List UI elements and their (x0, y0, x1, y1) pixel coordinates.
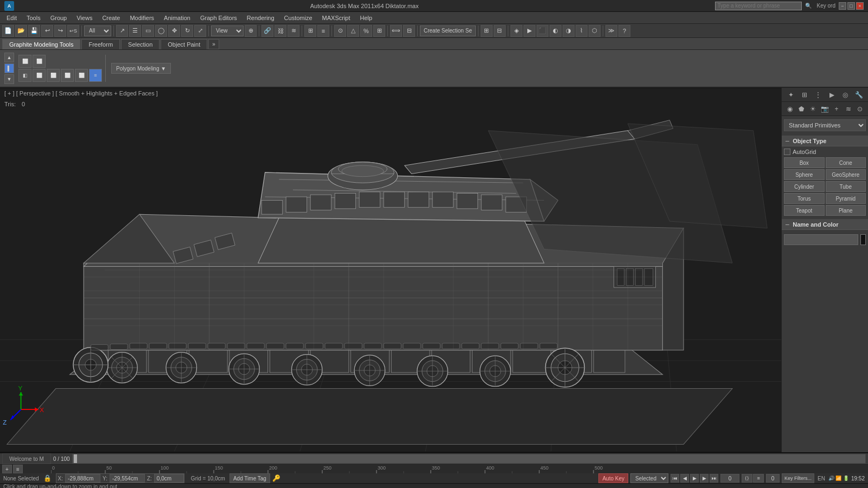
material-editor-button[interactable]: ◑ (563, 25, 575, 37)
current-frame-input[interactable] (720, 474, 739, 483)
ribbon-active-button[interactable]: ▌ (4, 63, 14, 73)
spinner-snap-button[interactable]: ⊞ (373, 25, 385, 37)
open-file-button[interactable]: 📂 (15, 25, 27, 37)
next-frame-button[interactable]: ▶ (700, 474, 709, 483)
category-dropdown[interactable]: Standard Primitives (784, 119, 866, 131)
ribbon-btn-f[interactable]: ⬜ (61, 69, 74, 82)
ribbon-tab-freeform[interactable]: Freeform (81, 39, 120, 49)
goto-start-button[interactable]: ⏮ (671, 474, 679, 483)
display-panel-icon[interactable]: ◎ (840, 89, 851, 100)
add-time-tag-button[interactable]: Add Time Tag (229, 473, 270, 483)
helpers-icon[interactable]: + (831, 104, 842, 114)
menu-rendering[interactable]: Rendering (242, 14, 279, 22)
timeline-track[interactable] (72, 454, 866, 464)
named-sel-paste-button[interactable]: ⊟ (494, 25, 506, 37)
motion-panel-icon[interactable]: ▶ (826, 89, 837, 100)
scene-states-button[interactable]: ≡ (317, 25, 329, 37)
menu-group[interactable]: Group (46, 14, 72, 22)
circle-region-button[interactable]: ◯ (155, 25, 167, 37)
shapes-icon[interactable]: ⬟ (796, 104, 807, 114)
reference-coord-dropdown[interactable]: View (211, 25, 244, 36)
maximize-button[interactable]: □ (847, 2, 855, 10)
scene-xplorer-button[interactable]: ⊙ (334, 25, 346, 37)
selection-lock-icon[interactable]: 🔒 (43, 474, 52, 482)
object-name-input[interactable] (784, 234, 858, 245)
ribbon-btn-a[interactable]: ⬜ (18, 55, 31, 68)
menu-modifiers[interactable]: Modifiers (125, 14, 158, 22)
sphere-button[interactable]: Sphere (784, 169, 825, 180)
menu-customize[interactable]: Customize (280, 14, 317, 22)
ribbon-btn-d[interactable]: ⬜ (33, 69, 46, 82)
help-button[interactable]: ? (618, 25, 630, 37)
playback-options-button[interactable]: ≡ (753, 474, 764, 483)
utilities-panel-icon[interactable]: 🔧 (853, 89, 864, 100)
viewport-area[interactable]: [ + ] [ Perspective ] [ Smooth + Highlig… (0, 88, 781, 452)
undo-button[interactable]: ↩ (41, 25, 53, 37)
new-file-button[interactable]: 📄 (2, 25, 14, 37)
polygon-modeling-button[interactable]: Polygon Modeling ▼ (111, 63, 171, 74)
select-move-button[interactable]: ✥ (168, 25, 180, 37)
geosphere-button[interactable]: GeoSphere (826, 169, 866, 180)
torus-button[interactable]: Torus (784, 193, 825, 204)
menu-graph-editors[interactable]: Graph Editors (196, 14, 241, 22)
ribbon-down-button[interactable]: ▼ (4, 74, 14, 84)
extras-button[interactable]: ≫ (605, 25, 617, 37)
unlink-button[interactable]: ⛓ (275, 25, 286, 37)
pyramid-button[interactable]: Pyramid (826, 193, 866, 204)
close-button[interactable]: × (856, 2, 864, 10)
keyframe-tools-button[interactable]: ⟨⟩ (742, 474, 752, 483)
percent-snap-button[interactable]: % (360, 25, 372, 37)
rect-region-button[interactable]: ▭ (142, 25, 154, 37)
create-selection-set-button[interactable]: Create Selection Se (420, 25, 476, 36)
active-shade-button[interactable]: ◐ (550, 25, 561, 37)
x-coord-input[interactable] (65, 474, 100, 483)
ribbon-tab-graphite[interactable]: Graphite Modeling Tools (2, 39, 80, 49)
ribbon-up-button[interactable]: ▲ (4, 53, 14, 62)
geometry-icon[interactable]: ◉ (784, 104, 795, 114)
object-type-header[interactable]: − Object Type (782, 136, 868, 146)
rotate-button[interactable]: ↻ (181, 25, 193, 37)
plane-button[interactable]: Plane (826, 205, 866, 216)
autogrid-checkbox[interactable] (784, 149, 790, 155)
menu-maxscript[interactable]: MAXScript (318, 14, 355, 22)
play-button[interactable]: ▶ (690, 474, 699, 483)
z-coord-input[interactable] (154, 474, 184, 483)
menu-help[interactable]: Help (356, 14, 377, 22)
teapot-button[interactable]: Teapot (784, 205, 825, 216)
object-filter-dropdown[interactable]: All (84, 25, 111, 36)
name-color-header[interactable]: − Name and Color (782, 219, 868, 230)
hierarchy-panel-icon[interactable]: ⋮ (813, 89, 824, 100)
lights-icon[interactable]: ☀ (808, 104, 819, 114)
select-by-name-button[interactable]: ☰ (129, 25, 141, 37)
ribbon-tab-object-paint[interactable]: Object Paint (161, 39, 207, 49)
auto-key-button[interactable]: Auto Key (598, 473, 628, 483)
schematic-button[interactable]: ⬡ (589, 25, 601, 37)
redo-button[interactable]: ↪ (54, 25, 66, 37)
curve-editor-button[interactable]: ⌇ (576, 25, 588, 37)
ribbon-btn-b[interactable]: ⬜ (33, 55, 46, 68)
timeline-add-key-button[interactable]: + (2, 465, 12, 473)
select-object-button[interactable]: ↗ (116, 25, 128, 37)
align-button[interactable]: ⊟ (403, 25, 415, 37)
cameras-icon[interactable]: 📷 (819, 104, 830, 114)
box-button[interactable]: Box (784, 157, 825, 168)
color-swatch[interactable] (860, 234, 866, 245)
tube-button[interactable]: Tube (826, 181, 866, 192)
time-input[interactable] (766, 474, 780, 483)
goto-end-button[interactable]: ⏭ (710, 474, 718, 483)
menu-views[interactable]: Views (72, 14, 97, 22)
ribbon-btn-e[interactable]: ⬜ (47, 69, 60, 82)
pivot-center-button[interactable]: ⊕ (245, 25, 257, 37)
save-file-button[interactable]: 💾 (28, 25, 40, 37)
undo-scene-button[interactable]: ↩S (67, 25, 79, 37)
render-button[interactable]: ▶ (524, 25, 535, 37)
named-sel-copy-button[interactable]: ⊞ (481, 25, 493, 37)
ribbon-tab-selection[interactable]: Selection (121, 39, 159, 49)
bind-space-warp-button[interactable]: ≋ (288, 25, 299, 37)
keyword-search-input[interactable] (715, 2, 802, 10)
prev-frame-button[interactable]: ◀ (680, 474, 689, 483)
render-setup-button[interactable]: ◈ (510, 25, 522, 37)
spacewarps-icon[interactable]: ≋ (843, 104, 854, 114)
menu-animation[interactable]: Animation (159, 14, 195, 22)
selected-mode-dropdown[interactable]: Selected (630, 473, 668, 483)
